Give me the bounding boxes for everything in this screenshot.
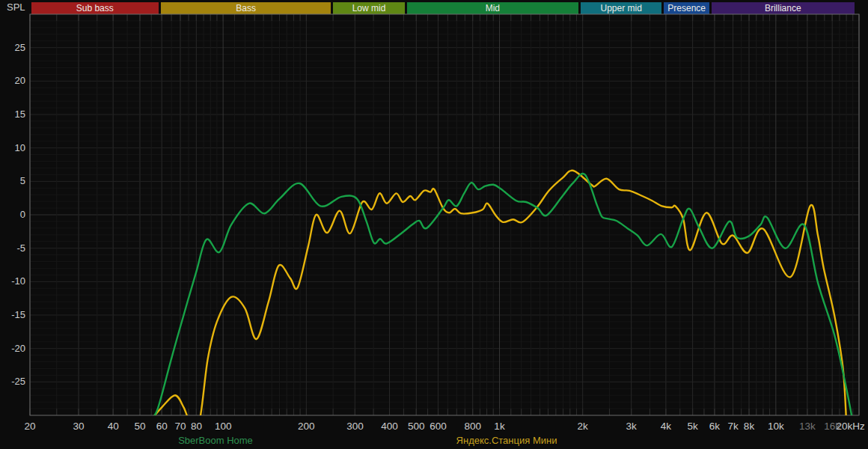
x-tick-label-7k: 7k: [727, 421, 738, 432]
x-tick-label-100: 100: [215, 421, 232, 432]
x-tick-label-600: 600: [430, 421, 447, 432]
y-tick-label-0: 0: [0, 209, 25, 220]
y-tick-label-5: 5: [0, 175, 25, 186]
x-tick-label-70: 70: [174, 421, 186, 432]
x-tick-label-80: 80: [191, 421, 202, 432]
legend-item-sberboom-home: SberBoom Home: [178, 435, 253, 446]
x-tick-label-40: 40: [108, 421, 119, 432]
y-tick-label-25: 25: [0, 42, 25, 53]
x-tick-label-300: 300: [346, 421, 364, 432]
y-tick-label--10: -10: [0, 275, 25, 287]
x-tick-label-800: 800: [464, 421, 481, 432]
x-tick-label-3k: 3k: [626, 421, 637, 432]
y-tick-label--5: -5: [0, 242, 25, 254]
y-tick-label-20: 20: [0, 75, 25, 86]
x-tick-label-1k: 1k: [494, 421, 504, 432]
y-tick-label--20: -20: [0, 343, 25, 354]
y-tick-label--25: -25: [0, 376, 25, 387]
x-tick-label-8k: 8k: [744, 421, 754, 432]
x-tick-label-200: 200: [298, 421, 315, 432]
y-tick-label-10: 10: [0, 142, 25, 153]
x-tick-label-5k: 5k: [687, 421, 697, 432]
x-tick-label-20kHz: 20kHz: [836, 421, 864, 432]
x-tick-label-400: 400: [381, 421, 398, 432]
x-tick-label-10k: 10k: [768, 421, 784, 432]
x-tick-label-20: 20: [24, 421, 35, 432]
x-tick-label-30: 30: [73, 421, 84, 432]
y-tick-label-15: 15: [0, 109, 25, 120]
x-tick-label-13k: 13k: [799, 421, 816, 432]
frequency-response-chart: SPL Sub bassBassLow midMidUpper midPrese…: [0, 0, 868, 449]
y-tick-label--15: -15: [0, 309, 25, 320]
x-tick-label-50: 50: [134, 421, 145, 432]
x-tick-label-2k: 2k: [578, 421, 588, 432]
x-tick-label-500: 500: [408, 421, 425, 432]
x-tick-label-4k: 4k: [661, 421, 671, 432]
plot-area: [0, 0, 868, 449]
x-tick-label-6k: 6k: [709, 421, 720, 432]
legend-item-yandex-station-mini: Яндекс.Станция Мини: [456, 435, 557, 446]
x-tick-label-60: 60: [156, 421, 168, 432]
